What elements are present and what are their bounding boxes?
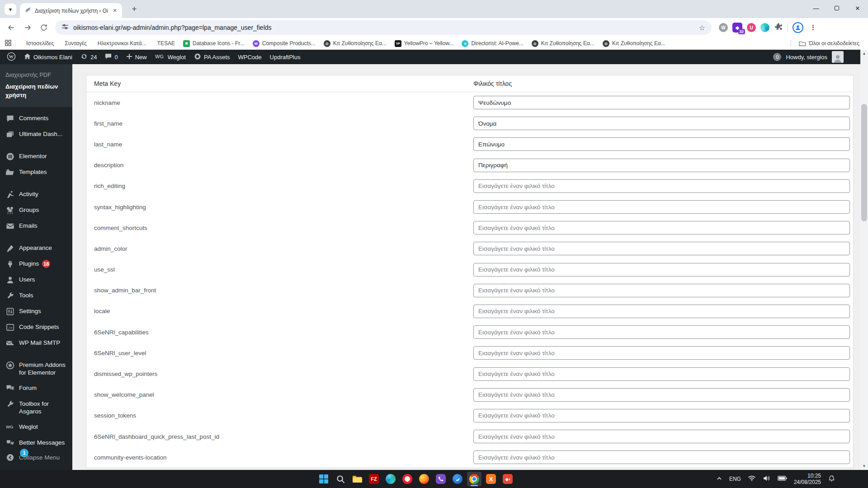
window-maximize-button[interactable] xyxy=(826,0,847,16)
browser-menu-icon[interactable]: ⋮ xyxy=(808,23,818,32)
friendly-title-input[interactable] xyxy=(473,179,850,193)
taskbar-app[interactable] xyxy=(333,472,348,486)
browser-profile-avatar[interactable] xyxy=(793,22,803,33)
window-close-button[interactable]: ✕ xyxy=(847,0,868,16)
new-tab-button[interactable]: + xyxy=(128,3,140,15)
friendly-title-input[interactable] xyxy=(473,137,850,151)
friendly-title-input[interactable] xyxy=(473,96,850,109)
sidebar-item[interactable] xyxy=(0,351,72,357)
bookmark-item[interactable]: TESAE xyxy=(151,39,179,48)
sidebar-item[interactable]: Users xyxy=(0,272,72,288)
taskbar-app[interactable] xyxy=(417,472,431,486)
sidebar-item[interactable]: Toolbox for Asgaros xyxy=(0,396,72,419)
sidebar-item[interactable] xyxy=(0,142,72,149)
battery-icon[interactable] xyxy=(778,475,787,483)
friendly-title-input[interactable] xyxy=(473,430,850,443)
sidebar-item[interactable]: Settings xyxy=(0,304,72,319)
reload-button[interactable] xyxy=(37,21,51,34)
admin-bar-item[interactable]: New xyxy=(122,50,151,64)
sidebar-item[interactable]: Forum xyxy=(0,380,72,396)
taskbar-app[interactable]: X xyxy=(484,472,498,486)
admin-bar-item[interactable]: PA Assets xyxy=(190,50,234,64)
sidebar-item[interactable]: Ultimate Dash... xyxy=(0,127,72,142)
wifi-icon[interactable] xyxy=(748,475,756,483)
scrollbar-thumb[interactable] xyxy=(861,104,867,221)
sidebar-item[interactable]: Appearance xyxy=(0,240,72,256)
friendly-title-input[interactable] xyxy=(473,200,850,214)
sidebar-item-pdf-manager[interactable]: Διαχειριστής PDF xyxy=(0,68,72,81)
admin-bar-item[interactable]: UpdraftPlus xyxy=(266,50,305,64)
bookmark-item[interactable]: d Directorist: AI-Powe... xyxy=(458,39,527,48)
friendly-title-input[interactable] xyxy=(473,242,850,255)
scroll-down-icon[interactable]: ▼ xyxy=(860,462,868,470)
collapse-menu-button[interactable]: Collapse Menu xyxy=(0,450,66,465)
bookmark-star-icon[interactable]: ☆ xyxy=(699,23,705,32)
clock[interactable]: 10:25 24/08/2025 xyxy=(794,473,821,485)
language-indicator[interactable]: ENG xyxy=(729,476,741,482)
apps-grid-icon[interactable] xyxy=(5,39,12,48)
all-bookmarks-button[interactable]: Όλοι οι σελιδοδείκτες xyxy=(795,39,863,48)
user-avatar[interactable] xyxy=(832,51,844,63)
sidebar-item[interactable]: Premium Addons for Elementor xyxy=(0,357,72,380)
extensions-puzzle-icon[interactable] xyxy=(774,22,783,33)
friendly-title-input[interactable] xyxy=(473,409,850,422)
bookmark-item[interactable]: W Composite Products... xyxy=(249,39,320,48)
bookmark-item[interactable]: ◍ Κιτ Ζυθοποίησης Εα... xyxy=(599,39,670,48)
admin-bar-item[interactable]: WG Weglot xyxy=(151,50,190,64)
taskbar-app[interactable] xyxy=(450,472,465,486)
site-settings-icon[interactable] xyxy=(61,23,69,32)
taskbar-app[interactable] xyxy=(434,472,448,486)
sidebar-item[interactable]: WP Mail SMTP xyxy=(0,335,72,351)
admin-bar-item[interactable]: Oikismos Elani xyxy=(20,50,76,64)
admin-bar-item[interactable]: 0 xyxy=(101,50,122,64)
taskbar-app[interactable] xyxy=(316,472,331,486)
notification-count-badge[interactable]: 0 xyxy=(773,53,781,61)
friendly-title-input[interactable] xyxy=(473,284,850,297)
bookmark-item[interactable]: Ιστοσελίδες xyxy=(19,39,58,48)
back-button[interactable] xyxy=(5,21,18,34)
friendly-title-input[interactable] xyxy=(473,305,850,318)
howdy-label[interactable]: Howdy, stergios xyxy=(786,54,827,61)
bookmark-item[interactable]: Ηλεκτρονικοι Κατά... xyxy=(91,39,151,48)
forward-button[interactable] xyxy=(21,21,34,34)
friendly-title-input[interactable] xyxy=(473,117,850,130)
friendly-title-input[interactable] xyxy=(473,221,850,235)
bookmark-item[interactable]: Συνταγές xyxy=(58,39,91,48)
admin-bar-item[interactable]: WPCode xyxy=(234,50,266,64)
friendly-title-input[interactable] xyxy=(473,346,850,360)
taskbar-app[interactable] xyxy=(400,472,415,486)
bookmark-item[interactable]: ▦ Database Icons - Fr... xyxy=(179,39,249,48)
sidebar-item[interactable]: Groups xyxy=(0,202,72,218)
tab-close-icon[interactable]: ✕ xyxy=(111,7,118,14)
extension-purple-icon[interactable]: ◆32 xyxy=(732,23,742,33)
sidebar-item[interactable] xyxy=(0,180,72,187)
friendly-title-input[interactable] xyxy=(473,159,850,172)
bookmark-item[interactable]: ◍ Κιτ Ζυθοποίησης Εα... xyxy=(528,39,599,48)
tab-list-chevron-icon[interactable]: ▼ xyxy=(5,4,16,15)
extension-w-icon[interactable]: W xyxy=(719,23,728,32)
address-bar[interactable]: oikismos-elani.gr/wp-admin/admin.php?pag… xyxy=(55,20,712,35)
admin-bar-item[interactable]: W xyxy=(3,50,20,64)
sidebar-item[interactable]: Plugins18 xyxy=(0,256,72,272)
taskbar-app[interactable]: ◆› xyxy=(500,472,515,486)
friendly-title-input[interactable] xyxy=(473,388,850,402)
friendly-title-input[interactable] xyxy=(473,450,850,464)
bookmark-item[interactable]: ◍ Κιτ Ζυθοποίησης Εα... xyxy=(320,39,391,48)
friendly-title-input[interactable] xyxy=(473,367,850,381)
window-minimize-button[interactable]: — xyxy=(806,0,826,16)
sidebar-item[interactable]: Tools xyxy=(0,288,72,304)
browser-tab[interactable]: Διαχείριση πεδίων χρήστη ‹ Oi ✕ xyxy=(20,3,122,18)
taskbar-app[interactable] xyxy=(467,472,481,486)
taskbar-app[interactable]: FZ xyxy=(367,472,381,486)
hidden-icons-chevron[interactable] xyxy=(716,476,722,483)
page-scrollbar[interactable]: ▲ ▼ xyxy=(860,50,868,470)
ublock-extension-icon[interactable]: U xyxy=(747,23,756,32)
sidebar-item[interactable]: /> Code Snippets xyxy=(0,319,72,335)
sidebar-item-manage-user-fields-current[interactable]: Διαχείριση πεδίων χρήστη xyxy=(0,81,72,103)
sidebar-item[interactable]: Templates xyxy=(0,164,72,180)
sidebar-item[interactable]: Comments xyxy=(0,111,72,127)
friendly-title-input[interactable] xyxy=(473,325,850,339)
extension-teal-icon[interactable] xyxy=(760,23,769,32)
sidebar-item[interactable]: Activity xyxy=(0,187,72,202)
bookmark-item[interactable]: YP YellowPro – Yellow... xyxy=(391,39,458,48)
